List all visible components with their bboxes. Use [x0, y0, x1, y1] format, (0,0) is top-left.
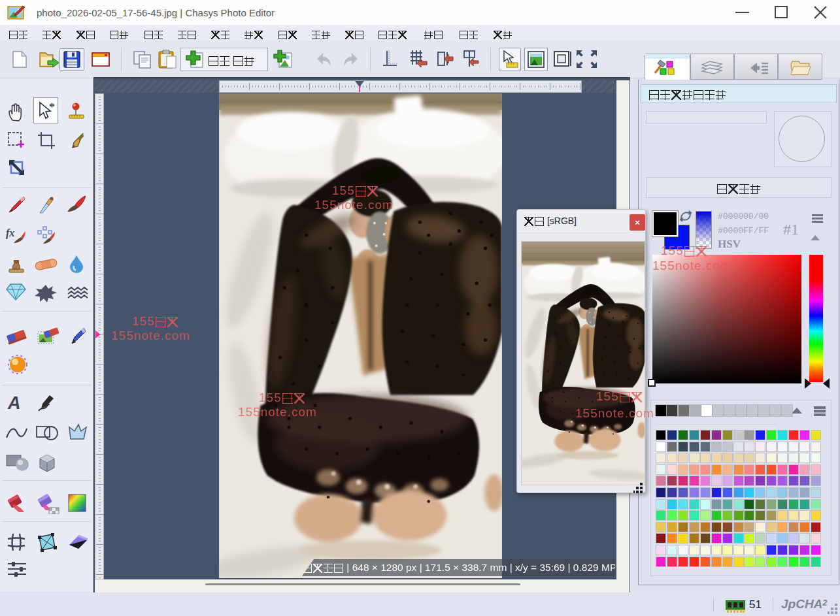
svg-text:fx: fx: [6, 227, 14, 239]
